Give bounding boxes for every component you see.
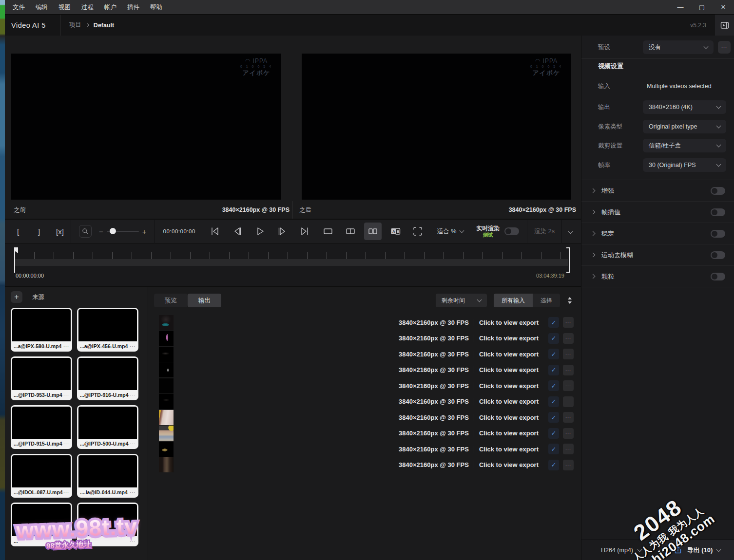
- menu-item-view[interactable]: 视图: [53, 0, 76, 15]
- source-card[interactable]: ...@IDOL-087-U.mp4···: [11, 454, 72, 498]
- more-icon[interactable]: ···: [63, 490, 69, 495]
- menu-item-file[interactable]: 文件: [7, 0, 30, 15]
- more-icon[interactable]: ···: [130, 490, 135, 495]
- source-card[interactable]: ....la@ID-044-U.mp4···: [77, 454, 138, 498]
- tab-preview[interactable]: 预览: [154, 294, 188, 307]
- more-icon[interactable]: ···: [63, 392, 69, 397]
- panel-toggle-button[interactable]: [715, 15, 734, 36]
- source-card[interactable]: ...4···: [77, 503, 138, 546]
- section-grain[interactable]: 颗粒: [581, 266, 734, 287]
- section-frame-interpolation[interactable]: 帧插值: [581, 202, 734, 223]
- next-frame-button[interactable]: [276, 225, 289, 238]
- skip-to-start-button[interactable]: [209, 225, 221, 238]
- fit-zoom-dropdown[interactable]: 适合 %: [437, 227, 464, 236]
- single-view-button[interactable]: [319, 223, 337, 240]
- export-more-button[interactable]: ···: [563, 460, 574, 470]
- tab-output[interactable]: 输出: [188, 294, 221, 307]
- more-icon[interactable]: ···: [130, 344, 135, 349]
- source-card[interactable]: ...a@IPX-580-U.mp4···: [11, 308, 72, 352]
- add-source-button[interactable]: +: [11, 291, 22, 303]
- previous-frame-button[interactable]: [231, 225, 244, 238]
- export-check-button[interactable]: ✓: [548, 317, 559, 328]
- export-check-button[interactable]: ✓: [548, 460, 559, 470]
- menu-item-plugins[interactable]: 插件: [122, 0, 145, 15]
- preset-dropdown[interactable]: 没有: [643, 40, 714, 54]
- maximize-button[interactable]: ▢: [691, 0, 713, 15]
- export-check-button[interactable]: ✓: [548, 444, 559, 454]
- timeline-ruler[interactable]: [15, 252, 568, 259]
- export-check-button[interactable]: ✓: [548, 428, 559, 439]
- zoom-tool-button[interactable]: [79, 225, 92, 238]
- enhance-toggle[interactable]: [711, 187, 725, 195]
- select-button[interactable]: 选择: [533, 294, 560, 307]
- breadcrumb-project[interactable]: 项目: [69, 21, 81, 29]
- menu-item-account[interactable]: 帐户: [99, 0, 122, 15]
- export-check-button[interactable]: ✓: [548, 365, 559, 375]
- realtime-render-toggle[interactable]: [504, 227, 519, 235]
- source-card[interactable]: ...@IPTD-500-U.mp4···: [77, 405, 138, 449]
- export-check-button[interactable]: ✓: [548, 333, 559, 344]
- export-link[interactable]: 3840×2160px @ 30 FPSClick to view export: [399, 351, 539, 358]
- trim-out-button[interactable]: ]: [32, 224, 46, 238]
- export-link[interactable]: 3840×2160px @ 30 FPSClick to view export: [399, 429, 539, 437]
- trim-clear-button[interactable]: [x]: [53, 224, 67, 238]
- preview-pane-after[interactable]: ◠ IPPA 0 1 0 0 5 4 アイポケ: [302, 54, 571, 200]
- export-link[interactable]: 3840×2160px @ 30 FPSClick to view export: [399, 366, 539, 373]
- menu-item-process[interactable]: 过程: [76, 0, 99, 15]
- export-check-button[interactable]: ✓: [548, 380, 559, 391]
- more-icon[interactable]: ···: [130, 539, 135, 543]
- export-check-button[interactable]: ✓: [548, 349, 559, 359]
- export-link[interactable]: 3840×2160px @ 30 FPSClick to view export: [399, 382, 539, 390]
- side-by-side-view-button[interactable]: [364, 223, 382, 240]
- menu-item-edit[interactable]: 编辑: [30, 0, 53, 15]
- export-link[interactable]: 3840×2160px @ 30 FPSClick to view export: [399, 319, 539, 326]
- format-dropdown[interactable]: H264 (mp4): [601, 547, 641, 554]
- minimize-button[interactable]: —: [670, 0, 691, 15]
- more-icon[interactable]: ···: [63, 539, 69, 543]
- export-link[interactable]: 3840×2160px @ 30 FPSClick to view export: [399, 446, 539, 453]
- export-check-button[interactable]: ✓: [548, 396, 559, 407]
- section-stabilize[interactable]: 稳定: [581, 223, 734, 244]
- motion-deblur-toggle[interactable]: [711, 251, 725, 259]
- export-more-button[interactable]: ···: [563, 396, 574, 407]
- source-card[interactable]: ...@IPTD-916-U.mp4···: [77, 356, 138, 400]
- grain-toggle[interactable]: [711, 273, 725, 280]
- fullscreen-button[interactable]: [409, 223, 426, 240]
- export-more-button[interactable]: ···: [563, 333, 574, 344]
- export-more-button[interactable]: ···: [563, 365, 574, 375]
- crop-dropdown[interactable]: 信箱/柱子盒: [643, 139, 726, 152]
- skip-to-end-button[interactable]: [298, 225, 311, 238]
- close-button[interactable]: ✕: [713, 0, 734, 15]
- framerate-dropdown[interactable]: 30 (Original) FPS: [643, 158, 726, 172]
- export-more-button[interactable]: ···: [563, 412, 574, 423]
- pixel-type-dropdown[interactable]: Original pixel type: [643, 120, 726, 133]
- play-button[interactable]: [253, 225, 266, 238]
- export-link[interactable]: 3840×2160px @ 30 FPSClick to view export: [399, 398, 539, 405]
- stabilize-toggle[interactable]: [711, 230, 725, 238]
- more-icon[interactable]: ···: [130, 392, 135, 397]
- zoom-in-button[interactable]: +: [139, 227, 150, 236]
- export-more-button[interactable]: ···: [563, 349, 574, 359]
- source-card[interactable]: ...···: [11, 503, 72, 546]
- export-more-button[interactable]: ···: [563, 444, 574, 454]
- preset-more-button[interactable]: ···: [718, 41, 731, 54]
- more-icon[interactable]: ···: [63, 441, 69, 446]
- export-link[interactable]: 3840×2160px @ 30 FPSClick to view export: [399, 335, 539, 342]
- timeline-track[interactable]: [15, 259, 568, 266]
- export-more-button[interactable]: ···: [563, 428, 574, 439]
- export-link[interactable]: 3840×2160px @ 30 FPSClick to view export: [399, 414, 539, 421]
- zoom-slider-knob[interactable]: [110, 228, 116, 234]
- more-icon[interactable]: ···: [130, 441, 135, 446]
- export-check-button[interactable]: ✓: [548, 412, 559, 423]
- remaining-time-dropdown[interactable]: 剩余时间: [436, 294, 487, 307]
- sort-button[interactable]: [566, 296, 574, 305]
- split-view-button[interactable]: [342, 223, 359, 240]
- source-card[interactable]: ...@IPTD-915-U.mp4···: [11, 405, 72, 449]
- zoom-out-button[interactable]: −: [96, 227, 107, 236]
- menu-item-help[interactable]: 帮助: [145, 0, 168, 15]
- chevron-down-icon[interactable]: [568, 229, 573, 234]
- frame-interpolation-toggle[interactable]: [711, 208, 725, 216]
- output-resolution-dropdown[interactable]: 3840×2160 (4K): [643, 100, 726, 114]
- more-icon[interactable]: ···: [63, 344, 69, 349]
- source-card[interactable]: ...a@IPX-456-U.mp4···: [77, 308, 138, 352]
